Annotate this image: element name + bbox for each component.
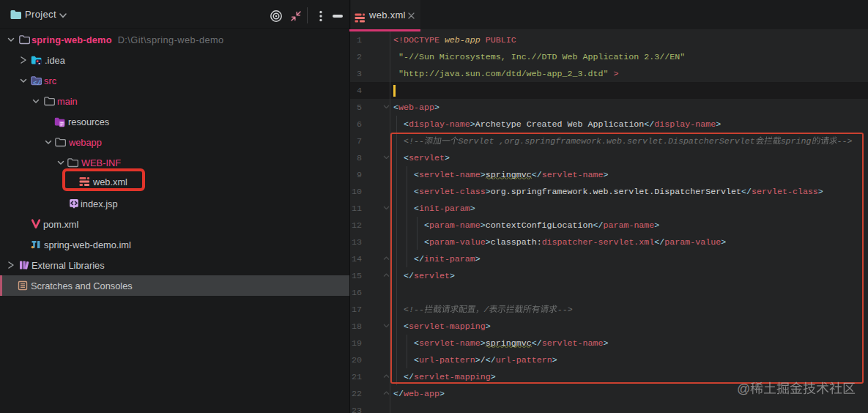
svg-text:</>: </> xyxy=(33,80,42,87)
